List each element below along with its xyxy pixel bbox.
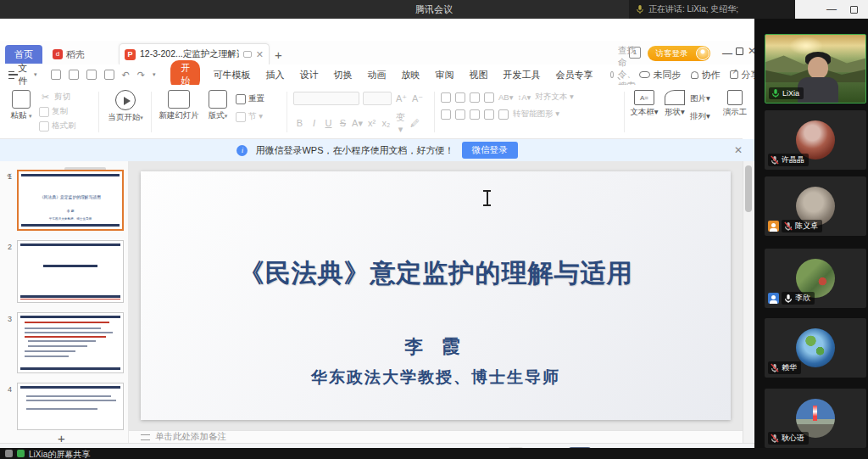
format-painter-button[interactable]: 格式刷 xyxy=(52,120,76,132)
paragraph-group: AB▾ ↕A▾ 对齐文本 ▾ 转智能图形 ▾ xyxy=(441,92,619,120)
menu-item-design[interactable]: 设计 xyxy=(292,69,326,81)
align-text-button[interactable]: 对齐文本 ▾ xyxy=(535,92,573,103)
outdent-icon[interactable] xyxy=(470,92,480,103)
menu-item-animation[interactable]: 动画 xyxy=(359,69,393,81)
tab-home[interactable]: 首页 xyxy=(5,45,42,64)
tab-docer[interactable]: d 稻壳 xyxy=(46,45,98,64)
strikethrough-button[interactable]: S xyxy=(337,118,349,128)
customize-toolbar-icon[interactable]: ▾ xyxy=(153,71,156,78)
save-icon[interactable] xyxy=(51,70,61,80)
info-icon: i xyxy=(236,145,248,156)
scrollbar-thumb[interactable] xyxy=(745,165,752,212)
present-tools-button[interactable]: 演示工 xyxy=(722,90,748,118)
collab-button[interactable]: 协作 xyxy=(691,69,720,81)
output-icon[interactable] xyxy=(69,70,79,80)
menu-item-keniu[interactable]: 可牛模板 xyxy=(205,69,258,81)
search-icon xyxy=(610,71,614,78)
video-tile-lixin[interactable]: 李欣 xyxy=(765,249,866,308)
section-button[interactable]: 节 ▾ xyxy=(248,111,263,122)
arrange-button[interactable]: 排列▾ xyxy=(690,111,710,122)
print-icon[interactable] xyxy=(86,70,97,80)
underline-button[interactable]: U xyxy=(322,118,335,128)
align-right-icon[interactable] xyxy=(470,109,480,120)
superscript-button[interactable]: x² xyxy=(365,118,378,128)
distribute-icon[interactable] xyxy=(498,109,509,120)
menu-item-transition[interactable]: 切换 xyxy=(326,69,359,81)
italic-button[interactable]: I xyxy=(308,118,320,128)
increase-font-icon[interactable]: A⁺ xyxy=(395,93,408,104)
slide-author[interactable]: 李 霞 xyxy=(141,334,731,360)
tab-close-icon[interactable]: ✕ xyxy=(256,49,264,60)
bullets-icon[interactable] xyxy=(441,92,451,103)
paste-button[interactable]: 粘贴 ▾ xyxy=(7,90,36,121)
highlight-button[interactable]: 🖉 xyxy=(409,118,421,128)
numbering-icon[interactable] xyxy=(455,92,465,103)
restore-icon[interactable] xyxy=(850,6,858,14)
speaking-mic-icon xyxy=(636,4,644,14)
line-spacing-button[interactable]: ↕A▾ xyxy=(517,92,531,102)
to-smartart-button[interactable]: 转智能图形 ▾ xyxy=(513,109,559,120)
play-current-button[interactable]: 当页开始▾ xyxy=(103,90,147,123)
menu-item-devtools[interactable]: 开发工具 xyxy=(495,69,548,81)
video-tile-gengxinyu[interactable]: 耿心语 xyxy=(765,389,866,448)
notification-close-icon[interactable]: ✕ xyxy=(734,144,743,156)
text-effects-button[interactable]: 变▾ xyxy=(394,111,407,135)
new-slide-button[interactable]: 新建幻灯片 xyxy=(158,90,200,121)
file-menu[interactable]: 文件 ▾ xyxy=(0,62,44,87)
align-center-icon[interactable] xyxy=(455,109,465,120)
font-color-button[interactable]: A▾ xyxy=(351,118,364,129)
wechat-login-button[interactable]: 微信登录 xyxy=(462,142,518,159)
indent-icon[interactable] xyxy=(484,92,494,103)
wps-minimize-icon[interactable]: — xyxy=(722,48,732,59)
new-tab-button[interactable]: + xyxy=(275,48,282,62)
slide-thumbnail-2[interactable] xyxy=(17,240,124,303)
slide-thumbnail-4[interactable] xyxy=(17,383,124,430)
login-avatar xyxy=(696,47,709,60)
video-tile-xujingjing[interactable]: 许晶晶 xyxy=(765,110,866,170)
slide-affiliation[interactable]: 华东政法大学教授、博士生导师 xyxy=(141,367,731,389)
textbox-button[interactable]: A= 文本框▾ xyxy=(629,90,659,118)
layout-button[interactable]: 版式▾ xyxy=(203,90,232,121)
video-tile-lixia[interactable]: LiXia xyxy=(765,34,866,104)
picture-button[interactable]: 图片▾ xyxy=(690,93,710,104)
bold-button[interactable]: B xyxy=(293,118,306,128)
slide-thumbnail-1[interactable]: 《民法典》意定监护的理解与适用 李 霞 华东政法大学教授、博士生导师 xyxy=(17,170,124,231)
mic-on-icon xyxy=(784,294,793,304)
slide-canvas[interactable]: 《民法典》意定监护的理解与适用 李 霞 华东政法大学教授、博士生导师 xyxy=(141,171,731,420)
slide-title[interactable]: 《民法典》意定监护的理解与适用 xyxy=(141,256,731,291)
video-tile-chenyizhuo[interactable]: 陈义卓 xyxy=(765,176,866,236)
preview-icon[interactable] xyxy=(104,70,114,80)
slide-thumbnail-3[interactable] xyxy=(17,312,124,373)
copy-button[interactable]: 复制 xyxy=(52,106,68,117)
menu-item-member[interactable]: 会员专享 xyxy=(548,69,600,81)
justify-icon[interactable] xyxy=(484,109,494,120)
video-tile-laihua[interactable]: 赖华 xyxy=(765,318,866,378)
menu-item-slideshow[interactable]: 放映 xyxy=(393,69,427,81)
menu-item-insert[interactable]: 插入 xyxy=(258,69,292,81)
align-left-icon[interactable] xyxy=(441,109,451,120)
subscript-button[interactable]: x₂ xyxy=(380,118,392,128)
comment-bubble-icon[interactable] xyxy=(243,51,252,58)
decrease-font-icon[interactable]: A⁻ xyxy=(411,93,424,104)
menu-item-view[interactable]: 视图 xyxy=(461,69,495,81)
font-size-select[interactable] xyxy=(363,92,392,105)
sync-status[interactable]: 未同步 xyxy=(639,69,681,81)
font-name-select[interactable] xyxy=(293,92,359,105)
redo-icon[interactable]: ↷ xyxy=(137,70,145,81)
text-direction-button[interactable]: AB▾ xyxy=(498,92,513,102)
guest-login-button[interactable]: 访客登录 xyxy=(648,46,710,61)
menu-item-review[interactable]: 审阅 xyxy=(427,69,461,81)
wps-tabbar: 首页 d 稻壳 P 12-3-202...定监护之理解适用 ✕ + 1 访客登录… xyxy=(0,41,754,64)
minimize-icon[interactable]: — xyxy=(826,4,837,14)
play-icon xyxy=(115,90,136,110)
wps-maximize-icon[interactable] xyxy=(736,48,743,55)
slide-number-3: 3 xyxy=(2,315,12,323)
slides-minor-group: 重置 节 ▾ xyxy=(236,93,283,122)
undo-icon[interactable]: ↶ xyxy=(122,70,130,81)
shapes-button[interactable]: 形状▾ xyxy=(661,90,688,118)
wps-ribbon: 粘贴 ▾ ✂剪切 复制 格式刷 当页开始▾ 新建幻灯片 版式▾ xyxy=(0,85,743,139)
reset-button[interactable]: 重置 xyxy=(248,93,264,104)
cut-button[interactable]: 剪切 xyxy=(54,92,70,103)
notes-bar[interactable]: 单击此处添加备注 xyxy=(129,430,743,443)
participant-name: 耿心语 xyxy=(782,433,804,444)
